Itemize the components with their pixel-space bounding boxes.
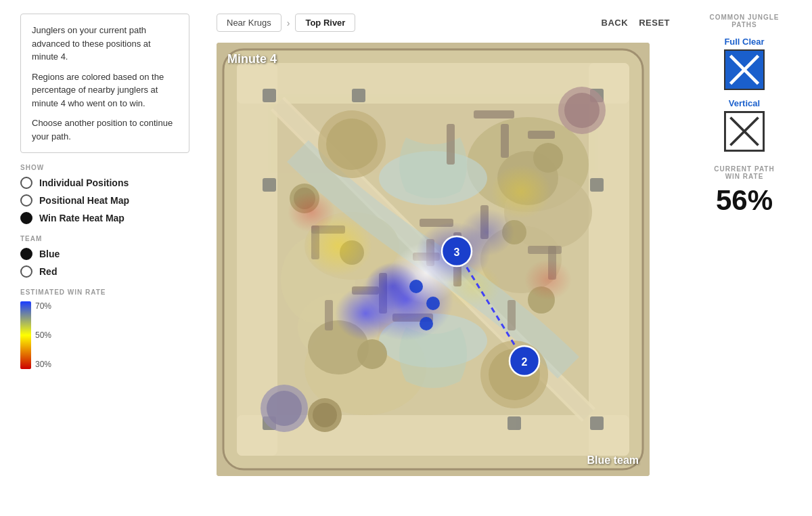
team-section: TEAM Blue Red (20, 235, 189, 278)
svg-point-77 (426, 297, 440, 310)
vertical-label[interactable]: Vertical (729, 98, 760, 108)
vertical-path-item: Vertical (724, 98, 765, 152)
radio-blue-team[interactable]: Blue (20, 248, 189, 260)
svg-point-78 (420, 317, 433, 330)
win-rate-heat-map-label: Win Rate Heat Map (39, 213, 125, 223)
breadcrumb-arrow-icon: › (287, 18, 290, 28)
radio-circle-positional (20, 194, 32, 207)
map-container[interactable]: Minute 4 Blue team (217, 43, 650, 476)
breadcrumb-near-krugs[interactable]: Near Krugs (217, 14, 281, 32)
paths-label: COMMON JUNGLEPATHS (710, 14, 780, 28)
win-rate-label: CURRENT PATHWIN RATE (714, 165, 774, 180)
radio-red-team[interactable]: Red (20, 265, 189, 278)
left-sidebar: Junglers on your current path advanced t… (0, 0, 210, 516)
info-line1: Junglers on your current path advanced t… (32, 24, 178, 64)
svg-line-73 (457, 251, 524, 361)
radio-win-rate-heat-map[interactable]: Win Rate Heat Map (20, 212, 189, 224)
radio-positional-heat-map[interactable]: Positional Heat Map (20, 194, 189, 207)
full-clear-icon[interactable] (724, 49, 765, 90)
vertical-icon[interactable] (724, 111, 765, 152)
nav-buttons: BACK RESET (602, 18, 670, 28)
reset-button[interactable]: RESET (639, 18, 670, 28)
legend-high: 70% (35, 301, 51, 311)
map-minute-label: Minute 4 (227, 52, 277, 66)
legend-labels: 70% 50% 30% (35, 301, 51, 369)
legend-gradient: 70% 50% 30% (20, 301, 189, 369)
legend-mid: 50% (35, 330, 51, 340)
full-clear-label[interactable]: Full Clear (724, 37, 764, 47)
blue-team-label: Blue (39, 249, 60, 259)
individual-positions-label: Individual Positions (39, 177, 129, 188)
legend-label: ESTIMATED WIN RATE (20, 288, 189, 296)
legend-section: ESTIMATED WIN RATE 70% 50% 30% (20, 288, 189, 369)
map-team-label: Blue team (587, 454, 639, 467)
svg-point-76 (409, 280, 423, 293)
radio-circle-blue (20, 248, 32, 260)
center-area: Near Krugs › Top River BACK RESET Minute… (210, 0, 677, 516)
radio-circle-winrate (20, 212, 32, 224)
info-box: Junglers on your current path advanced t… (20, 14, 189, 153)
legend-low: 30% (35, 360, 51, 369)
radio-circle-red (20, 265, 32, 278)
info-line2: Regions are colored based on the percent… (32, 70, 178, 110)
svg-text:2: 2 (522, 356, 528, 368)
breadcrumb-top-river[interactable]: Top River (295, 14, 355, 32)
svg-text:3: 3 (454, 246, 460, 258)
info-line3: Choose another position to continue your… (32, 116, 178, 143)
back-button[interactable]: BACK (602, 18, 629, 28)
full-clear-path-item: Full Clear (724, 37, 765, 90)
radio-circle-individual (20, 177, 32, 189)
red-team-label: Red (39, 266, 57, 277)
win-rate-section: CURRENT PATHWIN RATE 56% (687, 165, 801, 217)
team-label: TEAM (20, 235, 189, 242)
positional-heat-map-label: Positional Heat Map (39, 195, 129, 206)
radio-individual-positions[interactable]: Individual Positions (20, 177, 189, 189)
right-sidebar: COMMON JUNGLEPATHS Full Clear Vertical (677, 0, 812, 516)
breadcrumb-bar: Near Krugs › Top River BACK RESET (217, 14, 670, 32)
show-label: SHOW (20, 164, 189, 171)
gradient-bar (20, 301, 31, 369)
win-rate-value: 56% (716, 184, 773, 217)
paths-section: COMMON JUNGLEPATHS Full Clear Vertical (687, 14, 801, 152)
show-section: SHOW Individual Positions Positional Hea… (20, 164, 189, 224)
map-overlay-svg[interactable]: 3 2 (217, 43, 650, 476)
